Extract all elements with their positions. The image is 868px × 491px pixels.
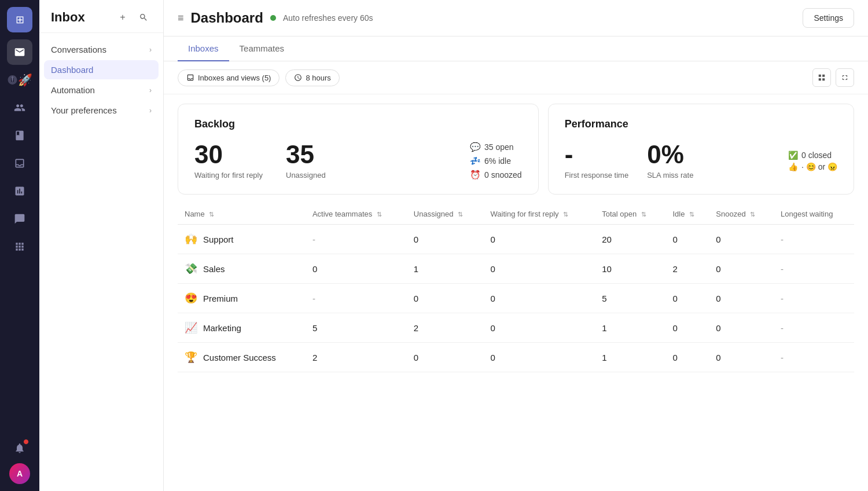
tab-inboxes[interactable]: Inboxes bbox=[178, 36, 229, 61]
col-snoozed[interactable]: Snoozed ⇅ bbox=[709, 204, 774, 225]
performance-content: - First response time 0% SLA miss rate ✅… bbox=[565, 142, 837, 179]
cell-snoozed-1: 0 bbox=[709, 254, 774, 284]
sort-icon-waiting: ⇅ bbox=[563, 211, 568, 218]
cell-unassigned-2: 0 bbox=[407, 284, 484, 313]
sidebar-title: Inbox bbox=[51, 10, 85, 25]
sidebar-header: Inbox + bbox=[39, 0, 163, 33]
inbox2-nav-icon[interactable] bbox=[7, 151, 32, 176]
chart-nav-icon[interactable] bbox=[7, 178, 32, 204]
cell-waiting-3: 0 bbox=[484, 313, 595, 343]
table-row: 📈 Marketing 5 2 0 1 0 0 - bbox=[178, 313, 854, 343]
cell-name-3: 📈 Marketing bbox=[178, 313, 306, 343]
avatar[interactable]: A bbox=[9, 463, 30, 484]
cell-snoozed-2: 0 bbox=[709, 284, 774, 313]
tab-teammates[interactable]: Teammates bbox=[229, 36, 295, 61]
cell-idle-4: 0 bbox=[666, 343, 709, 372]
cell-waiting-4: 0 bbox=[484, 343, 595, 372]
backlog-badges: 💬 35 open 💤 6% idle ⏰ 0 snoozed bbox=[470, 142, 522, 180]
bell-icon[interactable] bbox=[7, 435, 32, 461]
hours-filter-label: 8 hours bbox=[306, 74, 330, 82]
main-content: ≡ Dashboard Auto refreshes every 60s Set… bbox=[164, 0, 868, 491]
sidebar-item-dashboard[interactable]: Dashboard bbox=[44, 60, 159, 79]
cell-idle-2: 0 bbox=[666, 284, 709, 313]
cell-active-0: - bbox=[306, 225, 407, 254]
sidebar-item-conversations[interactable]: Conversations › bbox=[44, 40, 159, 59]
table-row: 😍 Premium - 0 0 5 0 0 - bbox=[178, 284, 854, 313]
col-idle[interactable]: Idle ⇅ bbox=[666, 204, 709, 225]
first-response-label: First response time bbox=[565, 171, 629, 179]
cell-unassigned-0: 0 bbox=[407, 225, 484, 254]
search-button[interactable] bbox=[135, 9, 152, 25]
cell-total-0: 20 bbox=[595, 225, 665, 254]
col-longest-waiting[interactable]: Longest waiting bbox=[774, 204, 854, 225]
col-name[interactable]: Name ⇅ bbox=[178, 204, 306, 225]
idle-badge: 💤 6% idle bbox=[470, 156, 522, 166]
col-unassigned[interactable]: Unassigned ⇅ bbox=[407, 204, 484, 225]
sla-stat: 0% SLA miss rate bbox=[647, 142, 693, 179]
cell-name-1: 💸 Sales bbox=[178, 254, 306, 284]
snoozed-badge-icon: ⏰ bbox=[470, 170, 481, 180]
inbox-emoji-3: 📈 bbox=[185, 321, 197, 334]
book-nav-icon[interactable] bbox=[7, 123, 32, 148]
cell-total-2: 5 bbox=[595, 284, 665, 313]
grid-view-button[interactable] bbox=[812, 68, 831, 87]
inbox-name-text-3: Marketing bbox=[203, 323, 241, 333]
rocket-nav-icon[interactable]: 🚀 bbox=[7, 67, 32, 93]
closed-badge-text: 0 closed bbox=[801, 151, 832, 160]
sidebar-item-preferences[interactable]: Your preferences › bbox=[44, 101, 159, 120]
waiting-stat: 30 Waiting for first reply bbox=[194, 142, 263, 179]
hours-filter-button[interactable]: 8 hours bbox=[285, 69, 339, 86]
cell-active-1: 0 bbox=[306, 254, 407, 284]
table-row: 💸 Sales 0 1 0 10 2 0 - bbox=[178, 254, 854, 284]
sort-icon-name: ⇅ bbox=[209, 211, 214, 218]
chat-nav-icon[interactable] bbox=[7, 206, 32, 232]
cell-longest-2: - bbox=[774, 284, 854, 313]
inbox-nav-icon[interactable] bbox=[7, 39, 32, 65]
cell-idle-1: 2 bbox=[666, 254, 709, 284]
logo-icon[interactable]: ⊞ bbox=[7, 7, 32, 32]
cell-waiting-2: 0 bbox=[484, 284, 595, 313]
chevron-right-icon-2: › bbox=[149, 86, 152, 94]
snoozed-badge-text: 0 snoozed bbox=[484, 170, 522, 179]
inbox-emoji-2: 😍 bbox=[185, 292, 197, 305]
expand-view-button[interactable] bbox=[836, 68, 854, 87]
hamburger-icon[interactable]: ≡ bbox=[178, 12, 184, 24]
sidebar-nav: Conversations › Dashboard Automation › Y… bbox=[39, 33, 163, 127]
col-active-teammates[interactable]: Active teammates ⇅ bbox=[306, 204, 407, 225]
backlog-title: Backlog bbox=[194, 118, 522, 130]
inbox-name-text-4: Customer Success bbox=[203, 353, 276, 362]
inbox-emoji-4: 🏆 bbox=[185, 351, 197, 364]
sort-icon-active: ⇅ bbox=[377, 211, 382, 218]
inbox-name-text-2: Premium bbox=[203, 294, 238, 303]
backlog-content: 30 Waiting for first reply 35 Unassigned… bbox=[194, 142, 522, 180]
cell-idle-0: 0 bbox=[666, 225, 709, 254]
sla-value: 0% bbox=[647, 142, 693, 167]
open-badge-text: 35 open bbox=[484, 142, 514, 152]
inboxes-table: Name ⇅ Active teammates ⇅ Unassigned ⇅ W… bbox=[178, 204, 854, 372]
cell-name-2: 😍 Premium bbox=[178, 284, 306, 313]
settings-button[interactable]: Settings bbox=[803, 8, 854, 28]
col-total-open[interactable]: Total open ⇅ bbox=[595, 204, 665, 225]
cell-longest-4: - bbox=[774, 343, 854, 372]
sidebar: Inbox + Conversations › Dashboard Automa… bbox=[39, 0, 164, 491]
chevron-right-icon-3: › bbox=[149, 107, 152, 115]
idle-badge-text: 6% idle bbox=[484, 156, 511, 166]
people-nav-icon[interactable] bbox=[7, 95, 32, 120]
sidebar-item-automation[interactable]: Automation › bbox=[44, 80, 159, 100]
data-table-container: Name ⇅ Active teammates ⇅ Unassigned ⇅ W… bbox=[164, 204, 868, 491]
sidebar-actions: + bbox=[115, 9, 152, 25]
unassigned-label: Unassigned bbox=[286, 171, 326, 179]
page-title: Dashboard bbox=[191, 10, 263, 26]
inboxes-filter-button[interactable]: Inboxes and views (5) bbox=[178, 69, 279, 86]
cell-active-4: 2 bbox=[306, 343, 407, 372]
icon-bar-bottom: A bbox=[7, 435, 32, 484]
cell-snoozed-0: 0 bbox=[709, 225, 774, 254]
cell-longest-1: - bbox=[774, 254, 854, 284]
cell-name-0: 🙌 Support bbox=[178, 225, 306, 254]
chevron-right-icon: › bbox=[149, 46, 152, 54]
cell-name-4: 🏆 Customer Success bbox=[178, 343, 306, 372]
apps-nav-icon[interactable] bbox=[7, 234, 32, 259]
cell-longest-0: - bbox=[774, 225, 854, 254]
add-button[interactable]: + bbox=[115, 9, 131, 25]
col-waiting-first-reply[interactable]: Waiting for first reply ⇅ bbox=[484, 204, 595, 225]
